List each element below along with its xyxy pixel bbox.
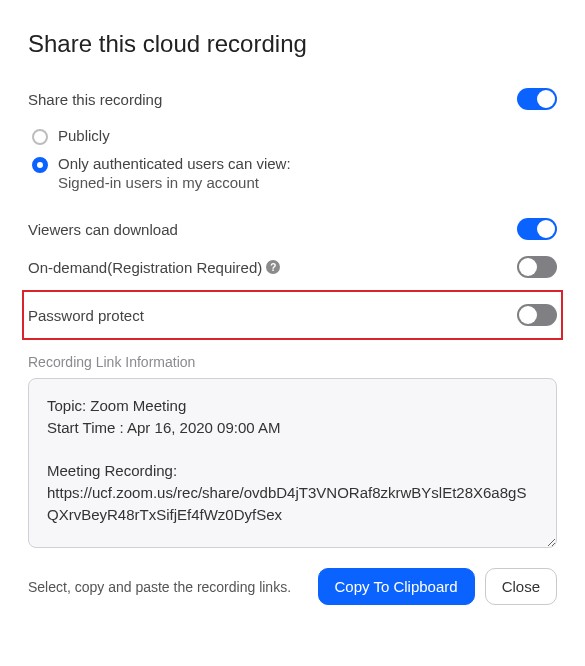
ondemand-row: On-demand(Registration Required) ? (28, 248, 557, 286)
share-recording-dialog: Share this cloud recording Share this re… (0, 0, 585, 625)
dialog-footer: Select, copy and paste the recording lin… (28, 568, 557, 605)
toggle-knob (537, 220, 555, 238)
download-label: Viewers can download (28, 221, 178, 238)
radio-auth-label: Only authenticated users can view: Signe… (58, 155, 291, 191)
password-row: Password protect (22, 290, 563, 340)
download-row: Viewers can download (28, 210, 557, 248)
close-button[interactable]: Close (485, 568, 557, 605)
share-visibility-group: Publicly Only authenticated users can vi… (28, 122, 557, 196)
password-toggle[interactable] (517, 304, 557, 326)
share-row: Share this recording (28, 80, 557, 118)
help-icon[interactable]: ? (266, 260, 280, 274)
toggle-knob (537, 90, 555, 108)
radio-unchecked-icon (32, 129, 48, 145)
ondemand-toggle[interactable] (517, 256, 557, 278)
toggle-knob (519, 306, 537, 324)
toggle-knob (519, 258, 537, 276)
radio-public-label: Publicly (58, 127, 110, 144)
ondemand-label-wrap: On-demand(Registration Required) ? (28, 259, 280, 276)
link-section-label: Recording Link Information (28, 354, 557, 370)
radio-checked-icon (32, 157, 48, 173)
download-toggle[interactable] (517, 218, 557, 240)
copy-to-clipboard-button[interactable]: Copy To Clipboard (318, 568, 475, 605)
radio-authenticated[interactable]: Only authenticated users can view: Signe… (28, 150, 557, 196)
share-toggle[interactable] (517, 88, 557, 110)
radio-public[interactable]: Publicly (28, 122, 557, 150)
footer-hint: Select, copy and paste the recording lin… (28, 579, 308, 595)
ondemand-label: On-demand(Registration Required) (28, 259, 262, 276)
dialog-title: Share this cloud recording (28, 30, 557, 58)
share-label: Share this recording (28, 91, 162, 108)
password-label: Password protect (28, 307, 144, 324)
recording-link-textarea[interactable] (28, 378, 557, 548)
